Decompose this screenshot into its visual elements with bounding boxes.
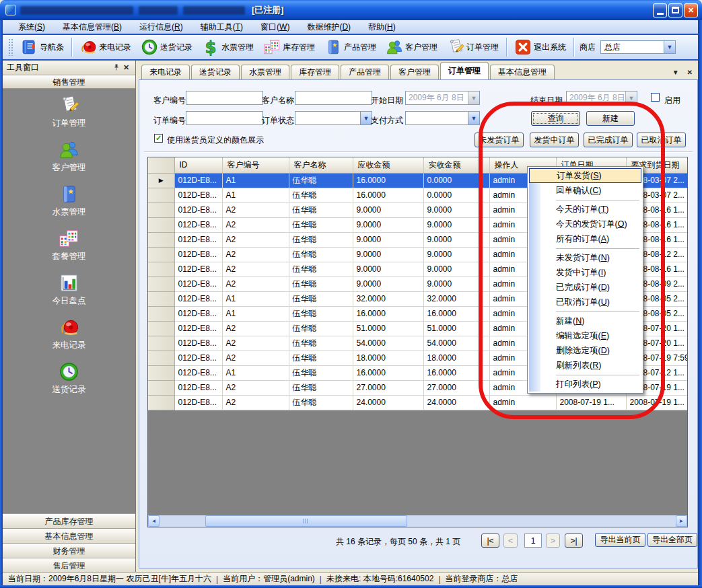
close-icon[interactable]: ✕ [121,63,131,72]
chevron-down-icon[interactable]: ▼ [468,112,479,124]
tab-3[interactable]: 水票管理 [241,65,289,79]
toolbar-button-scroll[interactable]: 订单管理 [442,37,503,57]
status-filter-button[interactable]: 未发货订单 [475,133,524,147]
menubar-item[interactable]: 系统(S) [9,22,54,33]
row-selector[interactable] [148,217,174,232]
sidebar-item[interactable]: 水票管理 [52,184,86,218]
toolbar-button-clock[interactable]: 送货记录 [136,37,197,57]
menubar-item[interactable]: 运行信息(R) [131,22,192,33]
row-selector[interactable] [148,188,174,203]
context-menu-item[interactable]: 删除选定项(D) [529,343,641,358]
next-page-button[interactable]: > [546,534,560,548]
context-menu-item[interactable]: 刷新列表(R) [529,358,641,373]
sidebar-section-bar[interactable]: 财务管理 [3,544,135,558]
row-selector[interactable]: ▶ [148,173,174,188]
export-current-page-button[interactable]: 导出当前页 [595,533,645,547]
pay-method-select[interactable]: ▼ [405,111,480,125]
menubar-item[interactable]: 基本信息管理(B) [54,22,131,33]
toolbar-button-bell[interactable]: 来电记录 [75,37,136,57]
row-selector[interactable] [148,277,174,291]
context-menu-item[interactable]: 已取消订单(U) [529,295,641,309]
chevron-down-icon[interactable]: ▼ [360,112,372,124]
menubar-item[interactable]: 数据维护(D) [298,22,359,33]
table-row[interactable]: 012D-E8...A2伍华聪24.000024.0000admin2008-0… [148,395,688,410]
row-selector[interactable] [148,321,174,336]
sidebar-section-bar[interactable]: 基本信息管理 [3,529,135,544]
context-menu-item[interactable]: 已完成订单(D) [529,280,641,295]
chevron-down-icon[interactable]: ▼ [664,41,675,53]
query-button[interactable]: 查询 [531,111,580,126]
toolbar-button-grid[interactable]: 库存管理 [258,37,320,57]
tab-2[interactable]: 送货记录 [191,65,240,79]
toolbar-button-exit[interactable]: 退出系统 [510,37,571,57]
column-header[interactable]: ID [174,157,222,173]
row-selector[interactable] [148,291,174,306]
minimize-button[interactable] [653,3,667,17]
maximize-button[interactable] [668,3,682,17]
sidebar-section-bar[interactable]: 产品库存管理 [3,514,135,529]
sidebar-item[interactable]: 客户管理 [52,139,86,174]
customer-no-input[interactable] [186,91,263,105]
context-menu-item[interactable]: 打印列表(P) [529,377,641,392]
sidebar-item[interactable]: 送货记录 [52,361,86,396]
context-menu-item[interactable]: 今天的订单(T) [529,202,641,217]
status-filter-button[interactable]: 已取消订单 [637,133,686,147]
scrollbar-thumb[interactable] [205,515,407,527]
scroll-left-icon[interactable]: ◄ [148,515,160,527]
new-button[interactable]: 新建 [586,111,635,126]
tab-list-chevron-icon[interactable]: ▼ [672,69,679,76]
tab-8[interactable]: 基本信息管理 [490,65,555,79]
row-selector[interactable] [148,395,174,410]
tab-6[interactable]: 客户管理 [390,65,439,79]
tab-close-icon[interactable]: ✕ [687,69,693,76]
close-button[interactable]: ✕ [684,3,698,17]
toolbar-grip[interactable] [8,38,13,56]
context-menu-item[interactable]: 今天的发货订单(O) [529,217,641,231]
shop-select[interactable]: 总店 ▼ [600,40,676,54]
first-page-button[interactable]: |< [481,534,499,548]
end-date-picker[interactable]: 2009年 6月 8日 ▼ [566,91,637,105]
context-menu-item[interactable]: 未发货订单(N) [529,250,641,265]
courier-color-checkbox[interactable]: ✓ [154,134,163,143]
tab-4[interactable]: 库存管理 [291,65,339,79]
order-status-select[interactable]: ▼ [295,111,372,125]
row-selector[interactable] [148,336,174,351]
row-selector[interactable] [148,351,174,365]
column-header[interactable]: 客户名称 [289,157,353,173]
menubar-item[interactable]: 辅助工具(T) [192,22,252,33]
prev-page-button[interactable]: < [503,534,518,548]
status-filter-button[interactable]: 发货中订单 [530,133,579,147]
pin-icon[interactable] [111,63,121,73]
start-date-picker[interactable]: 2009年 6月 8日 ▼ [405,91,480,105]
column-header[interactable]: 应收金额 [353,157,423,173]
customer-name-input[interactable] [295,91,372,105]
row-selector[interactable] [148,365,174,380]
toolbar-button-notebook[interactable]: 导航条 [15,37,69,57]
column-header[interactable]: 客户编号 [222,157,289,173]
row-selector[interactable] [148,247,174,262]
sidebar-item[interactable]: 今日盘点 [52,272,86,307]
menubar-item[interactable]: 窗口(W) [252,22,298,33]
toolbar-button-people[interactable]: 客户管理 [381,37,442,57]
scroll-right-icon[interactable]: ► [676,515,687,527]
column-header[interactable]: 实收金额 [423,157,489,173]
toolbar-button-dollar[interactable]: 水票管理 [197,37,258,57]
chevron-down-icon[interactable]: ▼ [468,91,479,104]
sidebar-item[interactable]: 订单管理 [52,95,86,129]
menubar-item[interactable]: 帮助(H) [359,22,405,33]
page-number-input[interactable] [524,534,542,548]
enable-date-checkbox[interactable] [651,93,660,102]
context-menu-item[interactable]: 所有的订单(A) [529,231,641,246]
sidebar-section-bar[interactable]: 售后管理 [3,558,135,573]
row-selector[interactable] [148,203,174,217]
toolbar-button-book[interactable]: 产品管理 [320,37,381,57]
export-all-pages-button[interactable]: 导出全部页 [647,533,697,547]
chevron-down-icon[interactable]: ▼ [625,91,637,104]
order-no-input[interactable] [186,111,263,125]
tab-7[interactable]: 订单管理 [440,62,489,79]
row-selector[interactable] [148,380,174,395]
context-menu-item[interactable]: 编辑选定项(E) [529,328,641,343]
status-filter-button[interactable]: 已完成订单 [584,133,633,147]
sidebar-item[interactable]: 来电记录 [52,317,86,351]
row-selector[interactable] [148,262,174,277]
